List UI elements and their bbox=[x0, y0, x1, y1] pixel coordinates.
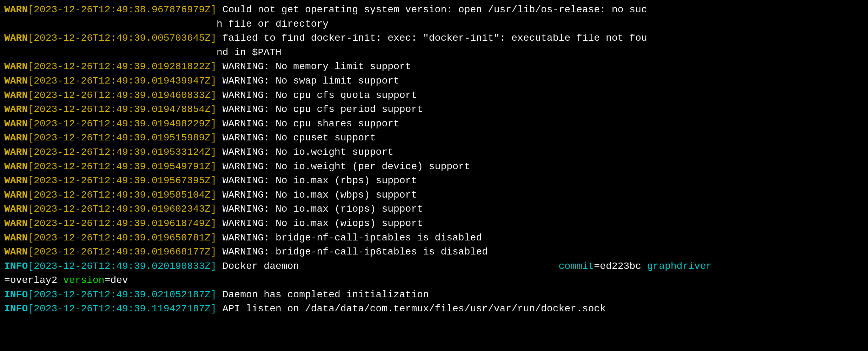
log-message: Could not get operating system version: … bbox=[217, 3, 647, 31]
log-message: WARNING: No memory limit support bbox=[217, 60, 411, 74]
log-line-18: INFO[2023-12-26T12:49:39.021052187Z] Dae… bbox=[4, 288, 864, 302]
warn-label: WARN bbox=[4, 145, 28, 160]
log-line-17: INFO[2023-12-26T12:49:39.020190833Z] Doc… bbox=[4, 259, 864, 274]
warn-label: WARN bbox=[4, 188, 28, 203]
timestamp: [2023-12-26T12:49:39.019549791Z] bbox=[28, 160, 217, 174]
key-commit: commit bbox=[558, 259, 594, 274]
timestamp: [2023-12-26T12:49:39.019650781Z] bbox=[28, 231, 217, 245]
log-message: WARNING: No io.max (rbps) support bbox=[217, 174, 417, 188]
log-line-6: WARN[2023-12-26T12:49:39.019478854Z] WAR… bbox=[4, 102, 864, 117]
log-line-13: WARN[2023-12-26T12:49:39.019602343Z] WAR… bbox=[4, 202, 864, 217]
log-message: WARNING: No io.max (wiops) support bbox=[217, 217, 423, 231]
log-line-1: WARN[2023-12-26T12:49:38.967876979Z] Cou… bbox=[4, 3, 864, 31]
equals-value-commit: =ed223bc bbox=[594, 259, 647, 274]
timestamp: [2023-12-26T12:49:39.019602343Z] bbox=[28, 202, 217, 217]
timestamp: [2023-12-26T12:49:39.019281822Z] bbox=[28, 60, 217, 74]
key-version: version bbox=[63, 273, 105, 288]
timestamp: [2023-12-26T12:49:39.019478854Z] bbox=[28, 102, 217, 117]
log-line-5: WARN[2023-12-26T12:49:39.019460833Z] WAR… bbox=[4, 88, 864, 103]
timestamp: [2023-12-26T12:49:39.019668177Z] bbox=[28, 245, 217, 259]
info-label: INFO bbox=[4, 288, 28, 302]
timestamp: [2023-12-26T12:49:38.967876979Z] bbox=[28, 3, 217, 31]
log-line-4: WARN[2023-12-26T12:49:39.019439947Z] WAR… bbox=[4, 74, 864, 88]
log-line-7: WARN[2023-12-26T12:49:39.019498229Z] WAR… bbox=[4, 117, 864, 131]
warn-label: WARN bbox=[4, 3, 28, 31]
log-message: WARNING: bridge-nf-call-iptables is disa… bbox=[217, 231, 482, 245]
info-timestamp: [2023-12-26T12:49:39.021052187Z] bbox=[28, 288, 217, 302]
timestamp: [2023-12-26T12:49:39.019567395Z] bbox=[28, 174, 217, 188]
warn-label: WARN bbox=[4, 160, 28, 174]
log-line-10: WARN[2023-12-26T12:49:39.019549791Z] WAR… bbox=[4, 160, 864, 174]
warn-label: WARN bbox=[4, 31, 28, 60]
warn-label: WARN bbox=[4, 60, 28, 74]
warn-label: WARN bbox=[4, 74, 28, 88]
terminal-output: WARN[2023-12-26T12:49:38.967876979Z] Cou… bbox=[4, 3, 864, 316]
log-line-16: WARN[2023-12-26T12:49:39.019668177Z] WAR… bbox=[4, 245, 864, 259]
timestamp: [2023-12-26T12:49:39.005703645Z] bbox=[28, 31, 217, 60]
warn-label: WARN bbox=[4, 131, 28, 145]
timestamp: [2023-12-26T12:49:39.019460833Z] bbox=[28, 88, 217, 103]
warn-label: WARN bbox=[4, 102, 28, 117]
info-label: INFO bbox=[4, 259, 28, 274]
warn-label: WARN bbox=[4, 231, 28, 245]
timestamp: [2023-12-26T12:49:39.019498229Z] bbox=[28, 117, 217, 131]
log-message: Docker daemon bbox=[217, 259, 559, 274]
log-line-11: WARN[2023-12-26T12:49:39.019567395Z] WAR… bbox=[4, 174, 864, 188]
info-timestamp: [2023-12-26T12:49:39.020190833Z] bbox=[28, 259, 217, 274]
timestamp: [2023-12-26T12:49:39.019618749Z] bbox=[28, 217, 217, 231]
timestamp: [2023-12-26T12:49:39.019515989Z] bbox=[28, 131, 217, 145]
log-message: Daemon has completed initialization bbox=[217, 288, 429, 302]
log-line-3: WARN[2023-12-26T12:49:39.019281822Z] WAR… bbox=[4, 60, 864, 74]
log-message: WARNING: No cpu cfs period support bbox=[217, 102, 423, 117]
log-message-cont: =overlay2 bbox=[4, 273, 63, 288]
warn-label: WARN bbox=[4, 117, 28, 131]
log-message: WARNING: No io.weight support bbox=[217, 145, 393, 160]
log-message: WARNING: No io.weight (per device) suppo… bbox=[217, 160, 470, 174]
log-line-17b: =overlay2 version=dev bbox=[4, 273, 864, 288]
warn-label: WARN bbox=[4, 202, 28, 217]
warn-label: WARN bbox=[4, 217, 28, 231]
log-message: failed to find docker-init: exec: "docke… bbox=[217, 31, 647, 60]
log-message: WARNING: No swap limit support bbox=[217, 74, 399, 88]
info-timestamp: [2023-12-26T12:49:39.119427187Z] bbox=[28, 302, 217, 316]
warn-label: WARN bbox=[4, 88, 28, 103]
log-message: WARNING: No io.max (riops) support bbox=[217, 202, 423, 217]
log-line-19: INFO[2023-12-26T12:49:39.119427187Z] API… bbox=[4, 302, 864, 316]
log-message: WARNING: No cpuset support bbox=[217, 131, 376, 145]
log-message: WARNING: bridge-nf-call-ip6tables is dis… bbox=[217, 245, 488, 259]
log-line-14: WARN[2023-12-26T12:49:39.019618749Z] WAR… bbox=[4, 217, 864, 231]
log-line-9: WARN[2023-12-26T12:49:39.019533124Z] WAR… bbox=[4, 145, 864, 160]
warn-label: WARN bbox=[4, 174, 28, 188]
key-graphdriver: graphdriver bbox=[647, 259, 712, 274]
log-message: WARNING: No cpu shares support bbox=[217, 117, 399, 131]
log-line-2: WARN[2023-12-26T12:49:39.005703645Z] fai… bbox=[4, 31, 864, 60]
info-label: INFO bbox=[4, 302, 28, 316]
warn-label: WARN bbox=[4, 245, 28, 259]
log-message: WARNING: No io.max (wbps) support bbox=[217, 188, 417, 203]
log-line-15: WARN[2023-12-26T12:49:39.019650781Z] WAR… bbox=[4, 231, 864, 245]
timestamp: [2023-12-26T12:49:39.019533124Z] bbox=[28, 145, 217, 160]
log-message: API listen on /data/data/com.termux/file… bbox=[217, 302, 606, 316]
log-message: WARNING: No cpu cfs quota support bbox=[217, 88, 417, 103]
log-line-8: WARN[2023-12-26T12:49:39.019515989Z] WAR… bbox=[4, 131, 864, 145]
timestamp: [2023-12-26T12:49:39.019439947Z] bbox=[28, 74, 217, 88]
log-line-12: WARN[2023-12-26T12:49:39.019585104Z] WAR… bbox=[4, 188, 864, 203]
equals-value-version: =dev bbox=[105, 273, 128, 288]
timestamp: [2023-12-26T12:49:39.019585104Z] bbox=[28, 188, 217, 203]
